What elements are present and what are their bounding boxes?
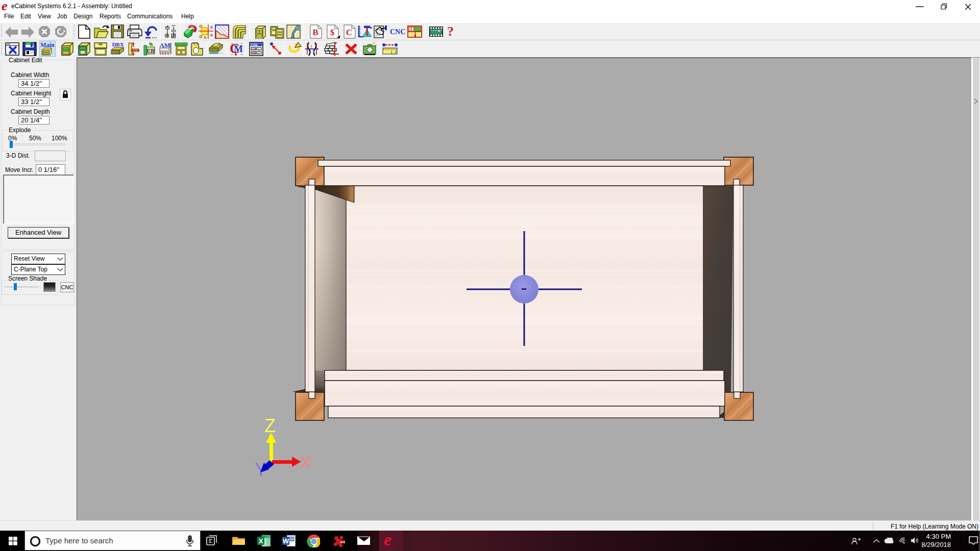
svg-text:456: 456 <box>252 52 256 55</box>
svg-text:C: C <box>346 28 352 37</box>
svg-text:DBX: DBX <box>112 42 124 47</box>
svg-text:EB: EB <box>146 47 155 55</box>
svg-text:+-: +- <box>258 48 260 51</box>
svg-text:1: 1 <box>390 51 393 54</box>
svg-text:B: B <box>312 28 318 37</box>
svg-text:$: $ <box>330 28 335 37</box>
svg-text:2: 2 <box>395 51 397 54</box>
svg-text:W: W <box>283 537 289 545</box>
svg-text:123: 123 <box>252 48 256 51</box>
svg-text:Z: Z <box>264 415 276 436</box>
svg-text:X: X <box>259 537 263 545</box>
svg-text:X: X <box>300 452 312 473</box>
svg-text:Main: Main <box>40 41 55 48</box>
svg-text:M: M <box>234 43 243 54</box>
svg-text:CON: CON <box>251 43 257 46</box>
svg-text:64: 64 <box>340 540 345 544</box>
